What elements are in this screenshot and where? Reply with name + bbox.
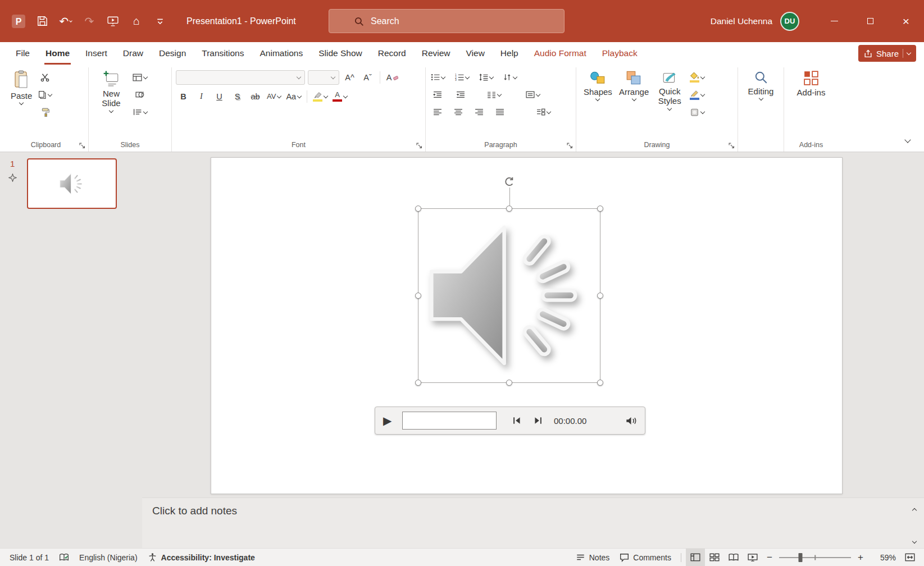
justify-button[interactable] <box>492 105 507 119</box>
tab-draw[interactable]: Draw <box>115 42 151 65</box>
notes-pane[interactable]: Click to add notes <box>142 497 924 548</box>
tab-slide-show[interactable]: Slide Show <box>311 42 370 65</box>
addins-button[interactable]: Add-ins <box>794 69 829 99</box>
move-back-button[interactable] <box>509 417 526 424</box>
reading-view-button[interactable] <box>724 549 743 566</box>
paragraph-dialog-launcher[interactable] <box>567 143 573 149</box>
resize-handle-middle-right[interactable] <box>597 293 603 299</box>
arrange-button[interactable]: Arrange <box>616 69 652 102</box>
font-size-combo[interactable] <box>308 70 339 85</box>
zoom-out-button[interactable]: − <box>762 549 777 566</box>
audio-progress-bar[interactable] <box>402 412 497 430</box>
collapse-ribbon-button[interactable] <box>900 133 915 147</box>
zoom-level[interactable]: 59% <box>870 553 896 562</box>
resize-handle-bottom-center[interactable] <box>506 380 512 386</box>
play-button[interactable]: ▶ <box>383 414 400 427</box>
shapes-button[interactable]: Shapes <box>580 69 616 102</box>
columns-button[interactable] <box>486 88 502 102</box>
text-highlight-color-button[interactable] <box>312 89 329 103</box>
bold-button[interactable]: B <box>176 89 191 103</box>
clipboard-dialog-launcher[interactable] <box>79 143 85 149</box>
bullets-button[interactable] <box>430 70 446 84</box>
slide-canvas[interactable]: ▶ 00:00.00 <box>211 157 843 494</box>
line-spacing-button[interactable] <box>478 70 494 84</box>
customize-quick-access-button[interactable] <box>148 8 172 34</box>
quick-styles-button[interactable]: Quick Styles <box>652 69 687 112</box>
avatar[interactable]: DU <box>780 12 799 31</box>
slide-sorter-view-button[interactable] <box>705 549 724 566</box>
text-shadow-button[interactable]: S <box>230 89 245 103</box>
language-button[interactable]: English (Nigeria) <box>74 549 142 566</box>
fit-slide-to-window-button[interactable] <box>900 549 920 566</box>
search-box[interactable]: Search <box>329 9 565 33</box>
start-slideshow-button[interactable] <box>101 8 125 34</box>
normal-view-button[interactable] <box>686 549 705 566</box>
shape-outline-button[interactable] <box>689 88 705 102</box>
home-quick-access-button[interactable]: ⌂ <box>125 8 148 34</box>
tab-transitions[interactable]: Transitions <box>194 42 252 65</box>
font-dialog-launcher[interactable] <box>416 143 422 149</box>
section-button[interactable] <box>131 105 148 119</box>
tab-home[interactable]: Home <box>38 42 78 65</box>
align-right-button[interactable] <box>471 105 486 119</box>
powerpoint-logo-icon[interactable]: P <box>7 8 30 34</box>
decrease-font-size-button[interactable]: Aˇ <box>360 71 375 85</box>
resize-handle-bottom-left[interactable] <box>415 380 421 386</box>
align-center-button[interactable] <box>450 105 466 119</box>
text-direction-button[interactable] <box>502 70 518 84</box>
reset-slide-button[interactable] <box>131 88 148 102</box>
spell-check-button[interactable] <box>54 549 74 566</box>
notes-toggle-button[interactable]: Notes <box>571 549 615 566</box>
audio-selection-box[interactable] <box>418 208 600 383</box>
mute-button[interactable] <box>625 416 637 426</box>
tab-review[interactable]: Review <box>414 42 458 65</box>
increase-font-size-button[interactable]: A^ <box>342 71 357 85</box>
resize-handle-bottom-right[interactable] <box>597 380 603 386</box>
minimize-button[interactable] <box>816 0 852 42</box>
font-name-combo[interactable] <box>176 70 305 85</box>
copy-button[interactable] <box>37 88 53 102</box>
user-name[interactable]: Daniel Uchenna <box>711 16 772 26</box>
character-spacing-button[interactable]: AV <box>266 89 282 103</box>
format-painter-button[interactable] <box>37 105 53 119</box>
underline-button[interactable]: U <box>212 89 227 103</box>
tab-file[interactable]: File <box>8 42 38 65</box>
strikethrough-button[interactable]: ab <box>248 89 263 103</box>
slideshow-view-button[interactable] <box>743 549 762 566</box>
tab-design[interactable]: Design <box>151 42 194 65</box>
shape-effects-button[interactable] <box>689 105 705 119</box>
next-slide-button[interactable] <box>908 536 921 547</box>
decrease-indent-button[interactable] <box>430 88 445 102</box>
italic-button[interactable]: I <box>194 89 209 103</box>
tab-playback[interactable]: Playback <box>594 42 645 65</box>
move-forward-button[interactable] <box>529 417 546 424</box>
align-text-button[interactable] <box>525 88 541 102</box>
new-slide-button[interactable]: New Slide <box>93 69 130 114</box>
animation-indicator-icon[interactable] <box>8 174 17 182</box>
shape-fill-button[interactable] <box>689 70 705 84</box>
tab-animations[interactable]: Animations <box>252 42 311 65</box>
tab-audio-format[interactable]: Audio Format <box>526 42 594 65</box>
rotation-handle[interactable] <box>504 176 515 190</box>
redo-button[interactable]: ↷ <box>78 8 101 34</box>
maximize-button[interactable] <box>852 0 888 42</box>
close-button[interactable]: × <box>888 0 924 42</box>
font-color-button[interactable]: A <box>331 89 348 103</box>
align-left-button[interactable] <box>430 105 445 119</box>
zoom-slider[interactable] <box>779 549 851 566</box>
paste-button[interactable]: Paste <box>7 69 35 106</box>
tab-help[interactable]: Help <box>493 42 526 65</box>
resize-handle-middle-left[interactable] <box>415 293 421 299</box>
undo-button[interactable]: ↶ <box>54 8 78 34</box>
accessibility-button[interactable]: Accessibility: Investigate <box>143 549 260 566</box>
resize-handle-top-right[interactable] <box>597 206 603 212</box>
notes-placeholder[interactable]: Click to add notes <box>152 505 237 517</box>
editing-button[interactable]: Editing <box>745 69 777 102</box>
tab-record[interactable]: Record <box>370 42 414 65</box>
drawing-dialog-launcher[interactable] <box>729 143 735 149</box>
tab-insert[interactable]: Insert <box>78 42 115 65</box>
audio-speaker-image[interactable] <box>425 217 594 373</box>
slide-thumbnail[interactable] <box>27 158 117 209</box>
save-button[interactable] <box>30 8 54 34</box>
convert-to-smartart-button[interactable] <box>535 105 552 119</box>
